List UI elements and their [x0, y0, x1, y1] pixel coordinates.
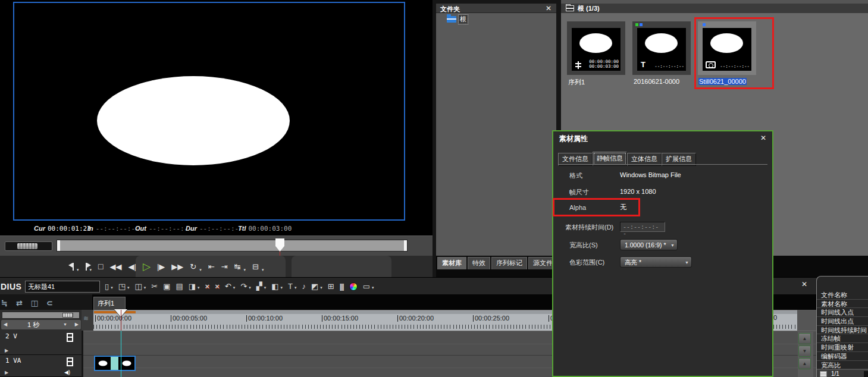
mark-in-button-caret[interactable]: ▾: [77, 268, 79, 272]
shuttle-slider[interactable]: [5, 241, 52, 251]
duplicate-button[interactable]: ◨: [189, 282, 196, 290]
info-field-item-3[interactable]: 时间线出点: [817, 317, 868, 326]
sync-mode-button[interactable]: ≒: [1, 299, 8, 307]
title-button-caret[interactable]: ▾: [294, 285, 297, 290]
clip-name[interactable]: 序列1: [568, 78, 585, 87]
info-field-item-7[interactable]: 编解码器: [817, 352, 868, 361]
rewind-button[interactable]: ◀◀: [110, 263, 122, 271]
render-button-caret[interactable]: ▾: [320, 285, 322, 290]
transition-button-caret[interactable]: ▾: [280, 285, 283, 290]
sequence-tab[interactable]: 序列1: [93, 297, 126, 310]
scroll-up-icon[interactable]: ▲: [798, 333, 811, 344]
add-cut-point-button-caret[interactable]: ▾: [264, 285, 267, 290]
track-header-2v[interactable]: 2 V ▶: [0, 331, 82, 355]
play-button[interactable]: ▷: [143, 262, 151, 272]
ripple-delete-button[interactable]: ×: [215, 282, 220, 290]
aspect-ratio-dropdown[interactable]: 1.0000 (16:9) *▼: [620, 239, 678, 250]
mark-out-button[interactable]: [86, 263, 87, 271]
undo-button[interactable]: ↶: [225, 282, 231, 290]
fit-slider-handle[interactable]: [62, 313, 73, 318]
scroll-up-icon[interactable]: ▲: [798, 358, 811, 369]
info-field-item-8[interactable]: 宽高比: [817, 361, 868, 370]
close-icon[interactable]: ✕: [798, 280, 810, 291]
duration-input[interactable]: --:--:--:--: [620, 222, 665, 232]
close-icon[interactable]: ✕: [546, 4, 551, 12]
goto-in-button[interactable]: ⇤: [208, 263, 215, 271]
cut-button[interactable]: ✂: [151, 282, 158, 290]
close-icon[interactable]: ✕: [760, 134, 766, 142]
transition-segment[interactable]: [111, 357, 118, 370]
audio-mixer-button[interactable]: |||: [340, 283, 344, 290]
track-header-1va[interactable]: 1 VA ▶ ◀): [0, 355, 82, 377]
transition-button[interactable]: ◧: [271, 282, 278, 290]
position-bar[interactable]: [57, 240, 408, 252]
open-project-button-caret[interactable]: ▾: [127, 285, 130, 290]
render-button[interactable]: ◩: [311, 282, 318, 290]
play-around-cursor-button-caret[interactable]: ▾: [243, 268, 246, 272]
new-sequence-button[interactable]: ▯: [105, 282, 109, 290]
clip-card-sequence[interactable]: 00:00:00:0000:00:03:00: [567, 21, 625, 75]
insert-overwrite-mode-button[interactable]: ⇄: [16, 299, 23, 307]
loop-play-button-caret[interactable]: ▾: [199, 268, 202, 272]
save-project-button-caret[interactable]: ▾: [144, 285, 146, 290]
expand-arrow-icon[interactable]: ▶: [5, 348, 8, 353]
fast-forward-button[interactable]: ▶▶: [171, 263, 183, 271]
delete-button[interactable]: ×: [205, 282, 210, 290]
bin-tab-2[interactable]: 序列标记: [491, 257, 527, 269]
clip-timecode: 00:00:00:0000:00:03:00: [589, 59, 619, 69]
expand-arrow-icon[interactable]: ▶: [5, 370, 8, 375]
chevron-down-icon[interactable]: ▼: [63, 322, 67, 326]
stop-button[interactable]: □: [98, 262, 103, 271]
info-field-item-4[interactable]: 时间线持续时间: [817, 326, 868, 335]
project-name-field[interactable]: 无标题41: [25, 281, 100, 293]
snap-mode-button[interactable]: ⊂: [46, 299, 53, 307]
title-button[interactable]: T: [288, 282, 293, 290]
redo-button-caret[interactable]: ▾: [249, 285, 251, 290]
redo-button[interactable]: ↷: [240, 282, 247, 290]
duplicate-button-caret[interactable]: ▾: [198, 285, 200, 290]
folder-tree-root-item[interactable]: 根: [447, 14, 468, 24]
export-button-caret[interactable]: ▾: [262, 268, 264, 272]
loop-play-button[interactable]: ↻: [190, 263, 196, 271]
position-marker[interactable]: [275, 238, 284, 252]
undo-button-caret[interactable]: ▾: [233, 285, 236, 290]
zoom-right-arrow-icon[interactable]: ▶: [75, 322, 79, 327]
grid-button[interactable]: ⊞: [328, 282, 334, 290]
info-field-item-1[interactable]: 素材名称: [817, 300, 868, 309]
info-field-item-5[interactable]: 冻结帧: [817, 334, 868, 343]
next-frame-button[interactable]: |▶: [157, 263, 165, 271]
add-cut-point-button[interactable]: ▞: [256, 282, 262, 290]
mark-out-button-caret[interactable]: ▾: [90, 268, 92, 272]
bin-header[interactable]: 根 (1/3): [561, 4, 868, 13]
voiceover-button[interactable]: ♪: [302, 282, 306, 290]
clip-name[interactable]: 20160621-0000: [634, 78, 679, 85]
previous-frame-button[interactable]: ◀|: [129, 263, 136, 271]
timeline-zoom-control[interactable]: ◀ 1 秒 ▼ ▶: [1, 320, 81, 329]
scroll-down-icon[interactable]: ▼: [798, 345, 811, 357]
info-field-item-0[interactable]: 文件名称: [817, 291, 868, 300]
copy-button[interactable]: ▣: [163, 282, 170, 290]
open-project-button[interactable]: ◳: [118, 282, 126, 290]
monitor-button-caret[interactable]: ▾: [372, 285, 374, 290]
save-project-button[interactable]: ◫: [134, 282, 142, 290]
new-sequence-button-caret[interactable]: ▾: [111, 285, 113, 290]
ripple-mode-button[interactable]: ◫: [31, 299, 38, 307]
folder-panel-header[interactable]: 文件夹 ✕: [436, 4, 556, 13]
bin-tab-1[interactable]: 特效: [468, 257, 490, 269]
goto-out-button[interactable]: ⇥: [221, 263, 228, 271]
bin-tab-0[interactable]: 素材库: [437, 257, 466, 269]
zoom-left-arrow-icon[interactable]: ◀: [4, 322, 7, 327]
mark-in-button[interactable]: [73, 263, 74, 271]
shuttle-handle[interactable]: [17, 243, 37, 249]
info-field-item-2[interactable]: 时间线入点: [817, 308, 868, 317]
info-field-item-6[interactable]: 时间重映射: [817, 343, 868, 352]
clip-card-title[interactable]: T --:--:--:--: [632, 21, 691, 75]
monitor-button[interactable]: ▭: [363, 282, 370, 290]
timeline-clip[interactable]: [94, 356, 136, 371]
timeline-fit-slider[interactable]: [2, 312, 80, 319]
paste-button[interactable]: ▤: [176, 282, 183, 290]
color-range-dropdown[interactable]: 高亮 *▼: [620, 256, 692, 268]
play-around-cursor-button[interactable]: ↹: [234, 263, 241, 271]
export-button[interactable]: ⊟: [252, 263, 259, 271]
color-correction-button[interactable]: [349, 282, 358, 291]
